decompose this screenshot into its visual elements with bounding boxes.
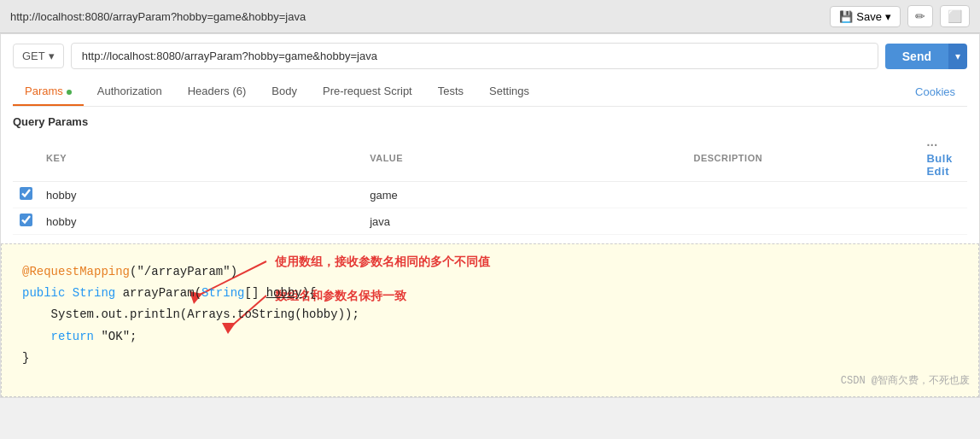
params-table: KEY VALUE DESCRIPTION ··· Bulk Edit	[13, 135, 967, 235]
code-line-2: public String arrayParam( String [] hobb…	[22, 283, 958, 304]
tab-tests[interactable]: Tests	[426, 78, 475, 106]
send-button[interactable]: Send	[885, 44, 948, 69]
code-string-type: String	[201, 283, 244, 304]
code-println: System.out.println(Arrays.toString(hobby…	[22, 304, 359, 325]
row1-actions	[919, 182, 967, 208]
col-header-description: DESCRIPTION	[686, 135, 919, 182]
code-line-4: return "OK";	[22, 326, 958, 348]
browser-actions: 💾 Save ▾ ✏ ⬜	[830, 5, 970, 27]
table-row: hobby java	[13, 208, 967, 235]
params-section: Query Params KEY VALUE DESCRIPTION ··· B…	[13, 107, 967, 243]
code-line-1: @RequestMapping("/arrayParam")	[22, 261, 958, 283]
row2-key: hobby	[39, 208, 363, 235]
row2-checkbox[interactable]	[20, 214, 32, 226]
code-return-prefix	[22, 326, 51, 348]
code-method-brace: ){	[302, 283, 317, 304]
row2-actions	[919, 208, 967, 235]
edit-icon-button[interactable]: ✏	[907, 5, 933, 27]
code-array-bracket: []	[244, 283, 265, 304]
table-row: hobby game	[13, 182, 967, 208]
tab-prerequest[interactable]: Pre-request Script	[311, 78, 424, 106]
code-section: 使用数组，接收参数名相同的多个不同值 数组名和参数名保持一致 @RequestM…	[1, 243, 979, 397]
code-return-kw: return	[51, 326, 94, 348]
cookies-link[interactable]: Cookies	[903, 79, 967, 105]
row1-key: hobby	[39, 182, 363, 208]
code-return-value: "OK";	[94, 326, 137, 348]
row1-desc	[686, 182, 919, 208]
save-label: Save	[856, 10, 882, 23]
tab-authorization[interactable]: Authorization	[85, 78, 174, 106]
code-annotation-mapping: @RequestMapping	[22, 261, 130, 283]
code-mapping-path: ("/arrayParam")	[130, 261, 237, 283]
postman-area: GET ▾ Send ▾ Params Authorization Header…	[0, 33, 980, 398]
row2-value: java	[363, 208, 686, 235]
browser-bar: http://localhost:8080/arrayParam?hobby=g…	[0, 0, 980, 33]
send-group: Send ▾	[885, 44, 967, 69]
params-title: Query Params	[13, 115, 967, 128]
tabs-left: Params Authorization Headers (6) Body Pr…	[13, 78, 541, 106]
col-header-checkbox	[13, 135, 39, 182]
url-input[interactable]	[71, 43, 878, 69]
tab-body[interactable]: Body	[260, 78, 309, 106]
save-dropdown-icon: ▾	[885, 10, 891, 23]
tab-params[interactable]: Params	[13, 78, 84, 106]
row1-checkbox[interactable]	[20, 187, 32, 200]
code-method-name: arrayParam(	[123, 283, 201, 304]
col-header-actions: ··· Bulk Edit	[919, 135, 967, 182]
copy-icon-button[interactable]: ⬜	[940, 5, 970, 27]
send-dropdown-button[interactable]: ▾	[948, 44, 967, 69]
params-dot	[67, 90, 72, 95]
row2-desc	[686, 208, 919, 235]
three-dots-icon[interactable]: ···	[926, 138, 937, 152]
code-line-3: System.out.println(Arrays.toString(hobby…	[22, 304, 958, 325]
url-bar: GET ▾ Send ▾	[13, 43, 967, 69]
code-public-kw: public	[22, 283, 65, 304]
row1-checkbox-cell	[13, 182, 39, 208]
code-param-hobby: hobby	[266, 283, 302, 304]
tab-headers[interactable]: Headers (6)	[176, 78, 259, 106]
col-header-key: KEY	[39, 135, 363, 182]
bulk-edit-label[interactable]: Bulk Edit	[926, 152, 952, 178]
code-closing-brace: }	[22, 348, 29, 369]
watermark: CSDN @智商欠费，不死也废	[841, 372, 970, 391]
tab-settings[interactable]: Settings	[477, 78, 541, 106]
method-dropdown-icon: ▾	[49, 50, 55, 62]
code-string-kw: String	[65, 283, 122, 304]
row1-value: game	[363, 182, 686, 208]
save-button[interactable]: 💾 Save ▾	[830, 6, 901, 27]
row2-checkbox-cell	[13, 208, 39, 235]
method-label: GET	[22, 50, 45, 62]
tabs-bar: Params Authorization Headers (6) Body Pr…	[13, 78, 967, 107]
code-line-5: }	[22, 348, 958, 369]
postman-inner: GET ▾ Send ▾ Params Authorization Header…	[1, 34, 979, 243]
col-header-value: VALUE	[363, 135, 686, 182]
browser-url: http://localhost:8080/arrayParam?hobby=g…	[10, 10, 830, 23]
save-icon: 💾	[839, 10, 853, 23]
method-select[interactable]: GET ▾	[13, 44, 64, 68]
